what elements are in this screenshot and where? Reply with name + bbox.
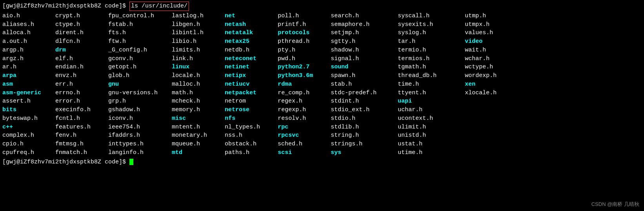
- listing-row: cpufreq.h fnmatch.h langinfo.h mtd paths…: [2, 149, 642, 157]
- listing-row: argp.h drm _G_config.h limits.h netdb.h …: [2, 46, 642, 55]
- listing-row: complex.h fenv.h ifaddrs.h monetary.h ns…: [2, 131, 642, 140]
- listing-row: cpio.h fmtmsg.h inttypes.h mqueue.h obst…: [2, 140, 642, 149]
- terminal-container: [gwj@iZf8zhv7mi2thjdxsptkb8Z code]$ ls /…: [2, 2, 642, 166]
- listing-row: argz.h elf.h gconv.h link.h neteconet pw…: [2, 55, 642, 63]
- watermark: CSDN @南桥 几晴秋: [591, 201, 639, 208]
- listing-row: ar.h endian.h getopt.h linux netinet pyt…: [2, 63, 642, 72]
- cursor: [129, 159, 133, 165]
- listing-row: c++ features.h ieee754.h mntent.h nl_typ…: [2, 123, 642, 132]
- command-line: [gwj@iZf8zhv7mi2thjdxsptkb8Z code]$ ls /…: [2, 2, 642, 11]
- listing-row: aliases.h ctype.h fstab.h libgen.h netas…: [2, 20, 642, 29]
- final-prompt: [gwj@iZf8zhv7mi2thjdxsptkb8Z code]$: [2, 158, 129, 167]
- command-box: ls /usr/include/: [129, 2, 189, 11]
- listing-row: alloca.h dirent.h fts.h libintl.h netata…: [2, 29, 642, 37]
- final-prompt-line: [gwj@iZf8zhv7mi2thjdxsptkb8Z code]$: [2, 158, 642, 167]
- prompt: [gwj@iZf8zhv7mi2thjdxsptkb8Z code]$: [2, 2, 129, 11]
- listing-row: aio.h crypt.h fpu_control.h lastlog.h ne…: [2, 12, 642, 20]
- listing-row: asm err.h gnu malloc.h netiucv rdma stab…: [2, 80, 642, 89]
- listing-row: assert.h error.h grp.h mcheck.h netrom r…: [2, 97, 642, 106]
- listing-row: byteswap.h fcntl.h iconv.h misc nfs reso…: [2, 114, 642, 123]
- listing-row: asm-generic errno.h gnu-versions.h math.…: [2, 89, 642, 97]
- file-listing: aio.h crypt.h fpu_control.h lastlog.h ne…: [2, 12, 642, 157]
- listing-row: bits execinfo.h gshadow.h memory.h netro…: [2, 106, 642, 114]
- listing-row: a.out.h dlfcn.h ftw.h libio.h netax25 pt…: [2, 37, 642, 46]
- listing-row: arpa envz.h glob.h locale.h netipx pytho…: [2, 72, 642, 80]
